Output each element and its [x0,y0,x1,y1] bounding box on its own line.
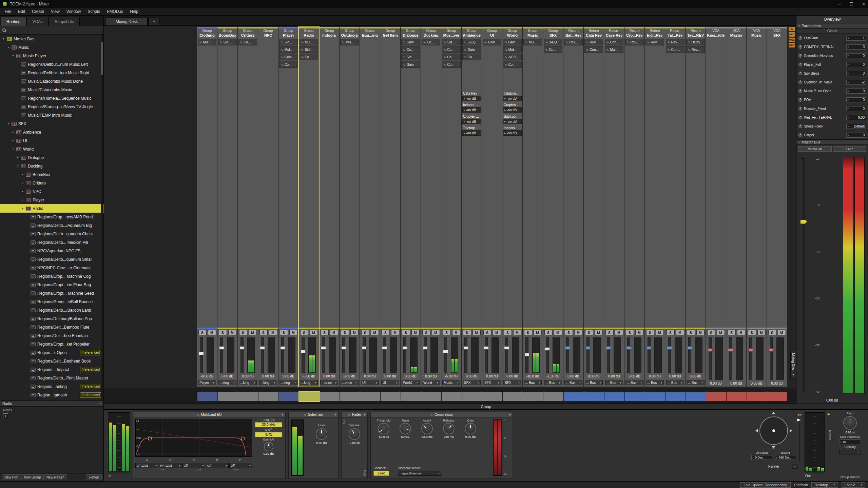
tree-item[interactable]: ▾ Music [0,43,103,52]
solo-button[interactable]: S [382,330,390,335]
compressor-knob[interactable] [443,423,455,434]
send-level-value[interactable]: -oo dB [503,96,522,101]
eq-band-mode-dropdown[interactable]: LP 12dB [135,463,158,468]
tree-item[interactable]: ▾ Master Bus [0,35,103,43]
new-bus-button[interactable]: New Return [44,474,67,480]
fader-handle[interactable] [647,346,652,350]
fader-handle[interactable] [260,346,265,350]
fader-track[interactable] [302,337,305,373]
chevron-down-icon[interactable]: ▾ [100,402,101,405]
expand-arrow-icon[interactable]: ▾ [7,122,10,125]
mixer-strip[interactable]: Group Ducking Co... [421,27,441,387]
solo-button[interactable]: S [504,330,512,335]
overview-strip-block[interactable] [564,392,584,401]
mute-button[interactable]: M [696,330,705,335]
fader-track[interactable] [403,337,406,373]
expand-arrow-icon[interactable]: ▾ [16,164,19,168]
overview-strip-block[interactable] [543,392,563,401]
effect-slot[interactable]: Con... [584,46,603,53]
mute-button[interactable]: M [432,330,440,335]
overview-strip-block[interactable] [258,392,278,401]
fader-track[interactable] [424,337,427,373]
tree-item[interactable]: Regions/Deltb.../Aquarium Big [0,221,103,230]
solo-button[interactable]: S [443,330,451,335]
tree-item[interactable]: Regions/Crop... Machine Cog [0,272,103,280]
effect-slot[interactable]: Co... [442,61,461,68]
expand-arrow-icon[interactable]: ▸ [12,131,15,134]
mute-button[interactable]: M [595,330,603,335]
mute-button[interactable]: M [676,330,684,335]
mute-button[interactable]: M [289,330,297,335]
solo-button[interactable]: S [361,330,369,335]
tree-item[interactable]: Regions...rinting #referenced [0,382,103,391]
fader-track[interactable] [363,337,366,373]
overview-strip-block[interactable] [197,392,217,401]
effect-slot[interactable]: Mul... [340,39,359,45]
tree-item[interactable]: Regions/Cropt... Machine Seed [0,289,103,297]
mixer-strip[interactable]: Group UI Gain [482,27,502,387]
parameter-value-field[interactable]: Default [846,124,866,129]
mute-button[interactable]: M [717,330,725,335]
mixer-strip[interactable]: Group NPC [258,27,278,387]
mixer-strip[interactable]: Group Clothing Mul.. [197,27,217,387]
sidebar-tab[interactable]: Routing [1,17,26,26]
mute-button[interactable]: M [778,330,786,335]
eq-band-mode-dropdown[interactable]: Off [229,463,252,468]
flip-button[interactable]: FLIP [833,146,866,152]
sidechain-input-dropdown[interactable]: ...ayer:Sidechain [398,471,441,476]
overview-strip-block[interactable] [482,392,502,401]
tree-item[interactable]: Music/TEMP Intro Music [0,111,103,119]
eq-q-value-field[interactable]: 0.71 [255,432,282,437]
fader-track[interactable] [200,337,203,373]
fader-track[interactable] [220,337,223,373]
panner-circle[interactable] [759,416,788,445]
fader-handle[interactable] [524,353,529,356]
effect-slot[interactable]: Co... [238,39,257,45]
panel-menu-icon[interactable]: ≡ [334,413,336,416]
mute-button[interactable]: M [554,330,562,335]
menu-item[interactable]: File [1,8,15,15]
output-route-button[interactable]: ... Bus [544,380,562,385]
output-route-button[interactable]: ... Bus [605,380,623,385]
overview-strip-block[interactable] [604,392,624,401]
solo-button[interactable]: S [626,330,634,335]
tree-item[interactable]: ▸ UI [0,136,103,145]
send-slot[interactable]: Cata Rev -oo dB [462,91,481,101]
mute-button[interactable]: M [391,330,399,335]
solo-button[interactable]: S [646,330,654,335]
fader-handle[interactable] [321,346,326,350]
eq-gain-knob[interactable] [264,442,273,451]
eq-band-tab[interactable]: A [135,458,159,462]
fader-track[interactable] [688,337,691,373]
fader-handle[interactable] [565,346,570,350]
parameter-value-field[interactable]: 0 [846,62,866,67]
output-route-button[interactable]: ... Bus [585,380,603,385]
mute-button[interactable]: M [249,330,257,335]
menu-item[interactable]: Help [127,8,142,15]
overview-strip-block[interactable] [625,392,645,401]
pitch-knob[interactable] [843,416,857,430]
overview-strip-block[interactable] [686,392,706,401]
mixer-strip[interactable]: VCA Master [726,27,746,387]
direction-value-field[interactable]: 0 Deg [751,455,772,460]
tree-item[interactable]: Regions/Gener...s/Ball Bounce [0,297,103,306]
meter-mode-badge[interactable]: IN [789,27,795,31]
effect-slot[interactable]: Rev... [686,46,705,53]
fader-handle[interactable] [687,346,692,350]
overview-strip-block[interactable] [401,392,421,401]
tree-item[interactable]: Regions/Deltb... Medicin Pill [0,238,103,247]
mute-button[interactable]: M [228,330,236,335]
tree-item[interactable]: Regions/Deltb...quarium Small [0,255,103,263]
tree-item[interactable]: ▸ Dialogue [0,153,103,162]
effect-slot[interactable]: Gain [483,39,501,45]
tree-item[interactable]: Region...tamosh #referenced [0,391,103,399]
send-slot[interactable]: Cropten ... -oo dB [503,103,522,113]
menu-item[interactable]: Create [28,8,47,15]
solo-button[interactable]: S [524,330,532,335]
fader-track[interactable] [261,337,264,373]
tree-item[interactable]: Regions/Deltb...Print Master [0,374,103,382]
overview-strip-block[interactable] [320,392,340,401]
panel-menu-icon[interactable]: ≡ [364,413,366,416]
monitor-button[interactable]: MONITOR [798,146,832,152]
send-level-value[interactable]: -oo dB [503,130,522,136]
